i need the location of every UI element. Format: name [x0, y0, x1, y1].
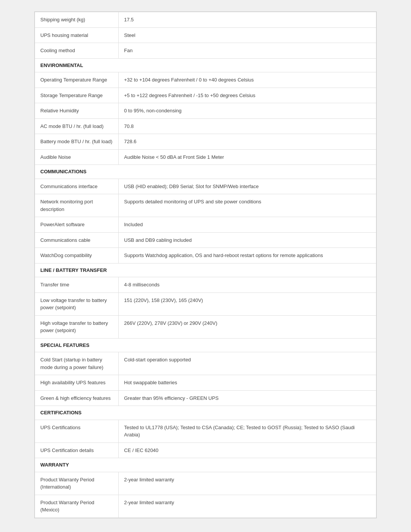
row-label: Relative Humidity [35, 103, 119, 119]
row-label: UPS Certification details [35, 443, 119, 458]
row-value: +5 to +122 degrees Fahrenheit / -15 to +… [119, 88, 376, 103]
section-header: COMMUNICATIONS [35, 165, 376, 179]
row-value: USB (HID enabled); DB9 Serial; Slot for … [119, 179, 376, 194]
row-value: Tested to UL1778 (USA); Tested to CSA (C… [119, 420, 376, 443]
table-row: WatchDog compatibilitySupports Watchdog … [35, 248, 376, 264]
section-header: ENVIRONMENTAL [35, 58, 376, 72]
row-label: High voltage transfer to battery power (… [35, 315, 119, 338]
row-label: AC mode BTU / hr. (full load) [35, 118, 119, 134]
section-header: LINE / BATTERY TRANSFER [35, 263, 376, 277]
row-value: +32 to +104 degrees Fahrenheit / 0 to +4… [119, 72, 376, 88]
table-row: Communications cableUSB and DB9 cabling … [35, 232, 376, 248]
row-value: 0 to 95%, non-condensing [119, 103, 376, 119]
row-label: High availability UPS features [35, 375, 119, 391]
table-row: High availability UPS featuresHot swappa… [35, 375, 376, 391]
row-label: Shipping weight (kg) [35, 12, 119, 28]
row-value: Included [119, 217, 376, 233]
row-label: Cold Start (startup in battery mode duri… [35, 352, 119, 375]
table-row: Storage Temperature Range+5 to +122 degr… [35, 88, 376, 103]
table-row: Battery mode BTU / hr. (full load)728.6 [35, 134, 376, 150]
table-row: High voltage transfer to battery power (… [35, 315, 376, 338]
table-row: Cold Start (startup in battery mode duri… [35, 352, 376, 375]
section-header-label: ENVIRONMENTAL [35, 58, 376, 72]
table-row: UPS CertificationsTested to UL1778 (USA)… [35, 420, 376, 443]
section-header: WARRANTY [35, 458, 376, 472]
row-label: WatchDog compatibility [35, 248, 119, 264]
row-label: Audible Noise [35, 149, 119, 165]
row-label: Network monitoring port description [35, 194, 119, 217]
row-value: 17.5 [119, 12, 376, 28]
row-label: Product Warranty Period (Mexico) [35, 495, 119, 518]
row-value: Steel [119, 27, 376, 43]
table-row: Shipping weight (kg)17.5 [35, 12, 376, 28]
row-label: Low voltage transfer to battery power (s… [35, 292, 119, 315]
row-label: Communications cable [35, 232, 119, 248]
row-label: Storage Temperature Range [35, 88, 119, 103]
section-header-label: LINE / BATTERY TRANSFER [35, 263, 376, 277]
row-label: Communications interface [35, 179, 119, 194]
row-value: Greater than 95% efficiency - GREEN UPS [119, 390, 376, 406]
row-value: 2-year limited warranty [119, 495, 376, 518]
row-value: 266V (220V), 278V (230V) or 290V (240V) [119, 315, 376, 338]
table-row: Operating Temperature Range+32 to +104 d… [35, 72, 376, 88]
table-row: Product Warranty Period (International)2… [35, 472, 376, 495]
row-label: UPS housing material [35, 27, 119, 43]
table-row: Network monitoring port descriptionSuppo… [35, 194, 376, 217]
table-row: UPS Certification detailsCE / IEC 62040 [35, 443, 376, 458]
row-value: 151 (220V), 158 (230V), 165 (240V) [119, 292, 376, 315]
row-label: Operating Temperature Range [35, 72, 119, 88]
row-value: 728.6 [119, 134, 376, 150]
row-value: 70.8 [119, 118, 376, 134]
table-row: Transfer time4-8 milliseconds [35, 277, 376, 293]
section-header: SPECIAL FEATURES [35, 338, 376, 352]
table-row: Audible NoiseAudible Noise < 50 dBA at F… [35, 149, 376, 165]
section-header-label: WARRANTY [35, 458, 376, 472]
row-value: Hot swappable batteries [119, 375, 376, 391]
row-value: Fan [119, 43, 376, 59]
row-label: Transfer time [35, 277, 119, 293]
row-value: 4-8 milliseconds [119, 277, 376, 293]
row-label: PowerAlert software [35, 217, 119, 233]
row-label: Green & high efficiency features [35, 390, 119, 406]
table-row: Product Warranty Period (Mexico)2-year l… [35, 495, 376, 518]
row-value: Cold-start operation supported [119, 352, 376, 375]
row-label: Battery mode BTU / hr. (full load) [35, 134, 119, 150]
spec-table: Shipping weight (kg)17.5UPS housing mate… [35, 12, 376, 518]
section-header-label: CERTIFICATIONS [35, 406, 376, 420]
table-row: Green & high efficiency featuresGreater … [35, 390, 376, 406]
row-label: Product Warranty Period (International) [35, 472, 119, 495]
row-value: Audible Noise < 50 dBA at Front Side 1 M… [119, 149, 376, 165]
spec-table-wrapper: Shipping weight (kg)17.5UPS housing mate… [34, 11, 377, 518]
table-row: UPS housing materialSteel [35, 27, 376, 43]
row-label: UPS Certifications [35, 420, 119, 443]
row-value: CE / IEC 62040 [119, 443, 376, 458]
row-value: 2-year limited warranty [119, 472, 376, 495]
row-value: USB and DB9 cabling included [119, 232, 376, 248]
table-row: Low voltage transfer to battery power (s… [35, 292, 376, 315]
row-label: Cooling method [35, 43, 119, 59]
table-row: Communications interfaceUSB (HID enabled… [35, 179, 376, 194]
table-row: Relative Humidity0 to 95%, non-condensin… [35, 103, 376, 119]
row-value: Supports detailed monitoring of UPS and … [119, 194, 376, 217]
section-header-label: COMMUNICATIONS [35, 165, 376, 179]
table-row: Cooling methodFan [35, 43, 376, 59]
section-header: CERTIFICATIONS [35, 406, 376, 420]
row-value: Supports Watchdog application, OS and ha… [119, 248, 376, 264]
table-row: PowerAlert softwareIncluded [35, 217, 376, 233]
section-header-label: SPECIAL FEATURES [35, 338, 376, 352]
table-row: AC mode BTU / hr. (full load)70.8 [35, 118, 376, 134]
